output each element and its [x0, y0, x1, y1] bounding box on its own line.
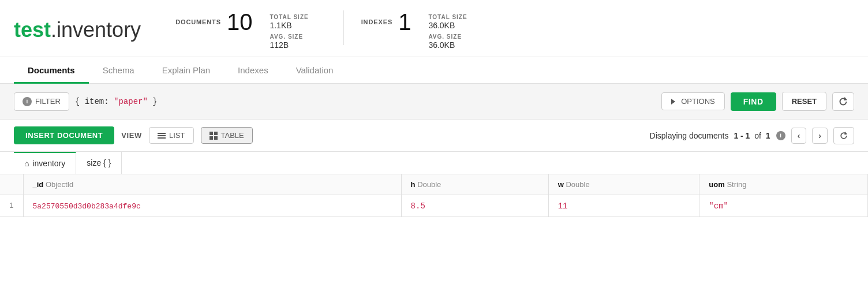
h-value: 8.5 — [411, 201, 425, 211]
prev-page-button[interactable]: ‹ — [791, 128, 807, 144]
tabs-bar: Documents Schema Explain Plan Indexes Va… — [0, 57, 868, 84]
col-h: h Double — [401, 174, 548, 195]
indexes-stat: INDEXES 1 — [361, 10, 411, 33]
col-w: w Double — [548, 174, 699, 195]
cell-h: 8.5 — [401, 195, 548, 217]
pagination-info: Displaying documents 1 - 1 of 1 i ‹ › — [650, 127, 854, 144]
cell-uom: "cm" — [699, 195, 868, 217]
docs-avg-size: AVG. SIZE 112B — [270, 31, 308, 50]
tab-schema[interactable]: Schema — [89, 57, 148, 83]
toolbar-refresh-button[interactable] — [833, 127, 854, 144]
tab-inventory-label: inventory — [32, 159, 65, 168]
svg-rect-0 — [158, 133, 166, 134]
tab-indexes[interactable]: Indexes — [224, 57, 282, 83]
table-view-button[interactable]: TABLE — [201, 127, 253, 144]
cell-w: 11 — [548, 195, 699, 217]
refresh-button[interactable] — [832, 92, 854, 111]
page-range: 1 - 1 — [734, 131, 750, 140]
list-view-button[interactable]: LIST — [149, 127, 193, 144]
table-tab-size[interactable]: size { } — [76, 152, 122, 174]
tab-explain-plan[interactable]: Explain Plan — [148, 57, 224, 83]
pagination-info-icon: i — [776, 131, 785, 140]
svg-rect-5 — [209, 136, 213, 140]
toolbar-refresh-icon — [840, 132, 848, 140]
insert-document-button[interactable]: INSERT DOCUMENT — [14, 126, 114, 144]
table-area: ⌂ inventory size { } _id ObjectId h Doub… — [0, 152, 868, 217]
svg-rect-4 — [214, 132, 218, 135]
object-id-link[interactable]: 5a2570550d3d0b283a4dfe9c — [33, 202, 141, 211]
filter-button[interactable]: i FILTER — [14, 92, 69, 111]
svg-rect-3 — [209, 132, 213, 135]
title-collection: inventory — [57, 18, 141, 42]
stats-divider — [343, 10, 344, 45]
total-count: 1 — [766, 131, 770, 140]
documents-count: 10 — [227, 10, 253, 33]
options-label: OPTIONS — [681, 97, 715, 106]
table-tab-inventory[interactable]: ⌂ inventory — [14, 152, 76, 174]
cell-id: 5a2570550d3d0b283a4dfe9c — [23, 195, 401, 217]
view-label: VIEW — [121, 131, 142, 140]
filter-info-icon: i — [23, 97, 32, 106]
triangle-icon — [671, 99, 675, 105]
filter-query-prefix: { item: — [75, 97, 114, 106]
table-label: TABLE — [221, 131, 244, 140]
title-dot: . — [51, 18, 57, 42]
data-table: _id ObjectId h Double w Double uom Strin… — [0, 174, 868, 217]
docs-total-size: TOTAL SIZE 1.1KB — [270, 12, 308, 30]
indexes-label: INDEXES — [361, 18, 392, 25]
indexes-count: 1 — [398, 10, 411, 33]
options-button[interactable]: OPTIONS — [661, 92, 725, 110]
documents-label: DOCUMENTS — [175, 18, 221, 25]
col-uom: uom String — [699, 174, 868, 195]
table-icon — [209, 132, 218, 140]
filter-bar: i FILTER { item: "paper" } OPTIONS FIND … — [0, 84, 868, 120]
tab-size-label: size { } — [87, 158, 111, 167]
table-tabs: ⌂ inventory size { } — [0, 152, 868, 174]
next-page-button[interactable]: › — [812, 128, 828, 144]
list-label: LIST — [169, 131, 185, 140]
list-icon — [158, 132, 166, 140]
indexes-total-size: TOTAL SIZE 36.0KB — [428, 12, 467, 30]
displaying-text: Displaying documents 1 - 1 of 1 — [650, 131, 770, 140]
col-rownum — [0, 174, 23, 195]
home-icon: ⌂ — [24, 159, 29, 168]
w-value: 11 — [558, 201, 568, 211]
stats-group: DOCUMENTS 10 TOTAL SIZE 1.1KB AVG. SIZE … — [175, 10, 484, 50]
documents-stat: DOCUMENTS 10 — [175, 10, 252, 33]
reset-button[interactable]: RESET — [782, 92, 826, 111]
indexes-avg-size: AVG. SIZE 36.0KB — [428, 31, 467, 50]
filter-query[interactable]: { item: "paper" } — [75, 97, 656, 106]
refresh-icon — [839, 97, 848, 106]
table-header-row: _id ObjectId h Double w Double uom Strin… — [0, 174, 868, 195]
svg-rect-6 — [214, 136, 218, 140]
collection-title: test . inventory — [14, 18, 141, 42]
svg-rect-2 — [158, 137, 166, 139]
find-button[interactable]: FIND — [731, 92, 776, 111]
filter-query-value: "paper" — [114, 97, 148, 106]
tab-validation[interactable]: Validation — [282, 57, 347, 83]
row-number: 1 — [0, 195, 23, 217]
filter-query-suffix: } — [148, 97, 158, 106]
uom-value: "cm" — [709, 201, 728, 211]
documents-toolbar: INSERT DOCUMENT VIEW LIST TABLE Displayi… — [0, 120, 868, 152]
col-id: _id ObjectId — [23, 174, 401, 195]
svg-rect-1 — [158, 135, 166, 136]
title-test: test — [14, 18, 51, 42]
table-row: 1 5a2570550d3d0b283a4dfe9c 8.5 11 "cm" — [0, 195, 868, 217]
tab-documents[interactable]: Documents — [14, 57, 89, 83]
filter-label: FILTER — [35, 97, 61, 106]
